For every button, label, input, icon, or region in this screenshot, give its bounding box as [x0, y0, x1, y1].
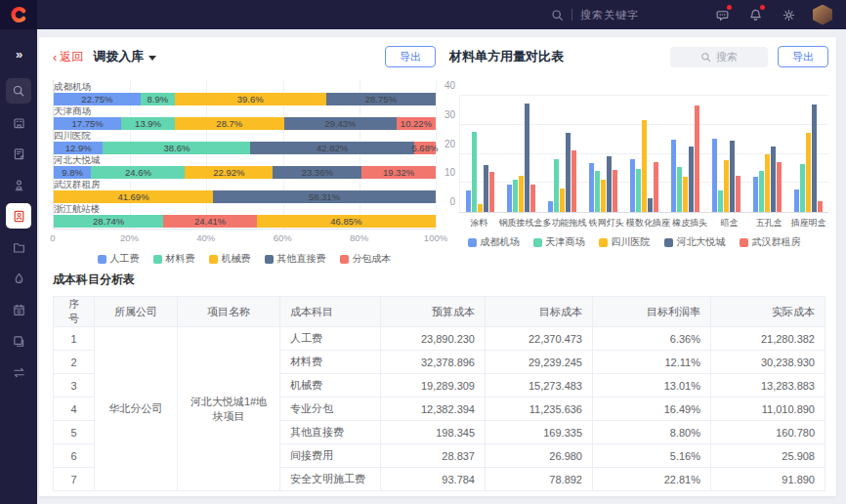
- bar[interactable]: [548, 201, 553, 212]
- sidebar-item-cost-doc-active[interactable]: [6, 203, 31, 229]
- sidebar-item-droplet[interactable]: [6, 266, 31, 291]
- sidebar-expand-button[interactable]: »: [6, 41, 31, 66]
- bar[interactable]: [595, 171, 600, 212]
- sidebar-item-transfer[interactable]: [6, 359, 31, 385]
- bar-group[interactable]: [746, 96, 787, 212]
- app-logo[interactable]: [0, 0, 37, 29]
- legend-item[interactable]: 人工费: [98, 252, 140, 266]
- bar[interactable]: [812, 105, 817, 212]
- global-search[interactable]: 搜索关键字: [551, 8, 698, 22]
- bar[interactable]: [607, 156, 612, 212]
- bar[interactable]: [589, 163, 594, 212]
- bar[interactable]: [654, 162, 658, 212]
- bar-segment[interactable]: 8.9%: [141, 93, 175, 105]
- bar[interactable]: [736, 176, 740, 212]
- legend-item[interactable]: 成都机场: [468, 235, 520, 249]
- bar-segment[interactable]: 29.43%: [284, 117, 397, 130]
- bar[interactable]: [560, 189, 565, 212]
- bar[interactable]: [689, 147, 694, 212]
- bar-segment[interactable]: 12.9%: [54, 142, 103, 154]
- legend-item[interactable]: 材料费: [153, 252, 195, 266]
- bar[interactable]: [601, 180, 606, 212]
- bar[interactable]: [472, 132, 477, 212]
- bar[interactable]: [759, 171, 764, 212]
- bar-segment[interactable]: 22.92%: [185, 166, 273, 179]
- user-avatar[interactable]: [813, 5, 832, 25]
- sidebar-item-building[interactable]: [6, 109, 31, 135]
- bar[interactable]: [484, 165, 488, 212]
- bar[interactable]: [806, 133, 811, 212]
- bar-group[interactable]: [583, 96, 624, 212]
- bar[interactable]: [642, 120, 647, 212]
- bar[interactable]: [730, 141, 735, 212]
- bar-segment[interactable]: 28.7%: [175, 117, 284, 130]
- bar[interactable]: [712, 139, 717, 212]
- bar-row[interactable]: 9.8%24.6%22.92%23.36%19.32%: [54, 166, 436, 179]
- sidebar-item-search[interactable]: [6, 78, 31, 104]
- bar-segment[interactable]: 58.31%: [213, 190, 436, 203]
- bar-segment[interactable]: 28.74%: [54, 215, 163, 228]
- bar-segment[interactable]: 9.8%: [54, 166, 91, 179]
- bar-segment[interactable]: 38.6%: [103, 142, 250, 154]
- bar[interactable]: [794, 189, 799, 212]
- bar-segment[interactable]: 39.6%: [175, 93, 326, 105]
- bar[interactable]: [566, 133, 571, 212]
- legend-item[interactable]: 四川医院: [599, 235, 651, 249]
- legend-item[interactable]: 其他直接费: [265, 252, 326, 266]
- bar-group[interactable]: [705, 96, 746, 212]
- bar-segment[interactable]: 17.75%: [54, 117, 121, 130]
- bar[interactable]: [648, 198, 653, 212]
- bar-group[interactable]: [460, 96, 501, 212]
- legend-item[interactable]: 河北大悦城: [664, 235, 726, 249]
- legend-item[interactable]: 机械费: [209, 252, 251, 266]
- bar[interactable]: [530, 185, 535, 212]
- bar[interactable]: [630, 159, 635, 212]
- legend-item[interactable]: 武汉群租房: [740, 235, 801, 249]
- bar[interactable]: [466, 190, 471, 212]
- bar-segment[interactable]: 13.9%: [121, 117, 174, 130]
- bar-segment[interactable]: 28.75%: [326, 93, 436, 105]
- legend-item[interactable]: 分包成本: [340, 252, 392, 266]
- page-title-dropdown[interactable]: 调拨入库: [93, 48, 156, 65]
- bar[interactable]: [777, 162, 782, 212]
- bar[interactable]: [683, 177, 688, 212]
- bar-row[interactable]: 41.69%58.31%: [54, 190, 436, 203]
- bar-group[interactable]: [542, 96, 583, 212]
- bar-segment[interactable]: 22.75%: [54, 93, 141, 105]
- settings-icon[interactable]: [780, 6, 797, 23]
- bar[interactable]: [753, 177, 758, 212]
- sidebar-item-stamp-user[interactable]: [6, 172, 31, 197]
- bar[interactable]: [718, 190, 723, 212]
- bar-row[interactable]: 28.74%24.41%46.85%: [54, 215, 436, 228]
- legend-item[interactable]: 天津商场: [533, 235, 585, 249]
- material-search-input[interactable]: 搜索: [670, 47, 768, 67]
- export-button-right[interactable]: 导出: [778, 46, 828, 67]
- bar-row[interactable]: 22.75%8.9%39.6%28.75%: [54, 93, 436, 105]
- bar[interactable]: [818, 201, 823, 212]
- bar[interactable]: [513, 180, 518, 212]
- table-row[interactable]: 1华北分公司河北大悦城1#地块项目人工费23,890.23022,370.473…: [54, 327, 825, 351]
- bar[interactable]: [525, 104, 529, 212]
- bar-group[interactable]: [501, 96, 542, 212]
- bar-group[interactable]: [787, 96, 828, 212]
- notifications-icon[interactable]: [746, 6, 764, 23]
- bar[interactable]: [636, 169, 641, 212]
- bar[interactable]: [671, 140, 676, 212]
- sidebar-item-clipboard-edit[interactable]: [6, 141, 31, 166]
- bar-group[interactable]: [664, 96, 705, 212]
- bar[interactable]: [724, 160, 729, 212]
- bar[interactable]: [800, 164, 805, 212]
- bar-segment[interactable]: 10.22%: [397, 117, 436, 130]
- bar-row[interactable]: 17.75%13.9%28.7%29.43%10.22%: [54, 117, 436, 130]
- sidebar-item-copy[interactable]: [6, 328, 31, 354]
- sidebar-item-folder[interactable]: [6, 234, 31, 260]
- bar-segment[interactable]: 19.32%: [361, 166, 436, 179]
- bar[interactable]: [478, 204, 483, 212]
- messages-icon[interactable]: [713, 6, 731, 23]
- bar[interactable]: [519, 176, 524, 212]
- bar-row[interactable]: 12.9%38.6%42.82%5.68%: [54, 142, 436, 154]
- bar[interactable]: [695, 105, 699, 212]
- bar-group[interactable]: [624, 96, 665, 212]
- bar-segment[interactable]: 46.85%: [257, 215, 436, 228]
- bar[interactable]: [765, 154, 770, 213]
